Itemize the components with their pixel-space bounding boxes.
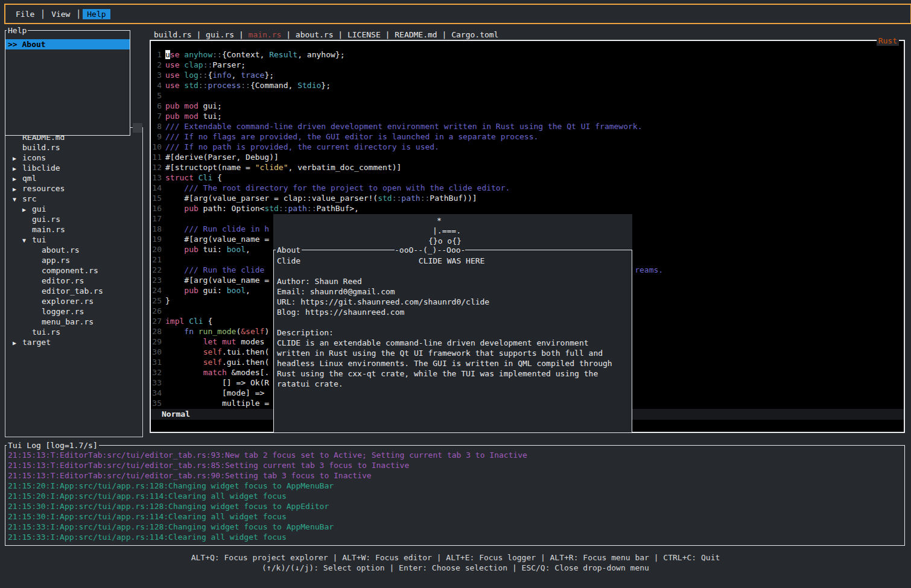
line-number: 11 (151, 152, 162, 162)
code-line: 5 (151, 90, 904, 101)
help-dropdown-items: >> About (5, 39, 130, 49)
editor-tab-about.rs[interactable]: about.rs (296, 30, 334, 39)
explorer-item-label: libclide (22, 163, 60, 172)
folder-collapsed-icon[interactable]: ▶ (13, 153, 22, 163)
log-entry: 21:15:13:T:EditorTab:src/tui/editor_tab.… (8, 450, 903, 460)
line-number: 13 (151, 172, 162, 183)
explorer-item-icons[interactable]: ▶icons (5, 153, 142, 163)
code-text: pub tui: bool, (165, 244, 250, 254)
help-dropdown-title: Help (7, 25, 28, 36)
code-text: } (165, 296, 170, 306)
line-number: 1 (151, 49, 162, 60)
editor-tab-LICENSE[interactable]: LICENSE (348, 30, 381, 39)
explorer-item-editor_tab.rs[interactable]: editor_tab.rs (5, 286, 142, 296)
code-line: 15 #[arg(value_parser = clap::value_pars… (151, 193, 904, 203)
editor-tab-main.rs[interactable]: main.rs (249, 30, 282, 39)
editor-tab-gui.rs[interactable]: gui.rs (206, 30, 234, 39)
about-border-art: -ooO--(_)--Ooo- (395, 245, 465, 255)
editor-tab-Cargo.toml[interactable]: Cargo.toml (451, 30, 498, 39)
explorer-item-explorer.rs[interactable]: explorer.rs (5, 296, 142, 306)
help-dropdown: Help >> About (5, 30, 130, 136)
explorer-item-src[interactable]: ▼src (5, 194, 142, 204)
about-popup: *|.===.{}o o{} About -ooO--(_)--Ooo- Cli… (273, 214, 632, 433)
about-text-line: Blog: https://shaunreed.com (277, 307, 630, 317)
line-number: 25 (151, 296, 162, 306)
line-number: 8 (151, 121, 162, 131)
log-entry: 21:15:20:I:App:src/tui/app.rs:128:Changi… (8, 481, 903, 491)
about-text-line: ratatui crate. (277, 379, 630, 389)
folder-collapsed-icon[interactable]: ▶ (13, 163, 22, 174)
code-text: use std::process::{Command, Stdio}; (165, 80, 331, 90)
explorer-item-tui.rs[interactable]: tui.rs (5, 327, 142, 337)
explorer-item-label: about.rs (42, 245, 80, 254)
line-number: 4 (151, 80, 162, 90)
code-line: 8/// Extendable command-line driven deve… (151, 121, 904, 131)
explorer-item-build.rs[interactable]: build.rs (5, 142, 142, 153)
explorer-item-label: qml (22, 174, 36, 183)
menu-item-view[interactable]: View (47, 9, 74, 19)
code-line: 9/// If no flags are provided, the GUI e… (151, 131, 904, 142)
line-number: 32 (151, 367, 162, 378)
line-number: 23 (151, 275, 162, 285)
explorer-item-menu_bar.rs[interactable]: menu_bar.rs (5, 317, 142, 327)
line-number: 17 (151, 213, 162, 224)
code-text: match &modes[. (165, 367, 269, 378)
explorer-item-label: component.rs (42, 266, 98, 275)
line-number: 35 (151, 398, 162, 408)
menu-item-help[interactable]: Help (83, 9, 110, 19)
explorer-item-label: editor.rs (42, 276, 84, 285)
line-number: 15 (151, 193, 162, 203)
explorer-item-tui[interactable]: ▼tui (5, 235, 142, 245)
explorer-item-editor.rs[interactable]: editor.rs (5, 276, 142, 286)
explorer-item-main.rs[interactable]: main.rs (5, 224, 142, 235)
about-popup-box: About -ooO--(_)--Ooo- Clide CLIDE WAS HE… (273, 250, 632, 433)
explorer-item-gui[interactable]: ▶gui (5, 204, 142, 214)
explorer-item-component.rs[interactable]: component.rs (5, 265, 142, 276)
explorer-item-about.rs[interactable]: about.rs (5, 245, 142, 255)
code-line: 4use std::process::{Command, Stdio}; (151, 80, 904, 90)
code-line: 3use log::{info, trace}; (151, 70, 904, 80)
code-text: /// If no path is provided, the current … (165, 142, 439, 152)
explorer-item-label: resources (22, 184, 65, 193)
explorer-item-label: tui.rs (32, 327, 60, 337)
code-text: self.tui.then( (165, 347, 269, 357)
editor-tab-README.md[interactable]: README.md (395, 30, 437, 39)
explorer-item-libclide[interactable]: ▶libclide (5, 163, 142, 173)
about-text-line (277, 266, 630, 276)
explorer-scrollbar-thumb[interactable] (133, 123, 142, 133)
line-number: 21 (151, 254, 162, 265)
folder-collapsed-icon[interactable]: ▶ (13, 338, 22, 348)
code-text: #[arg(value_name = (165, 275, 269, 285)
folder-collapsed-icon[interactable]: ▶ (13, 174, 22, 184)
folder-collapsed-icon[interactable]: ▶ (13, 184, 22, 194)
folder-open-icon[interactable]: ▼ (22, 235, 32, 245)
explorer-item-target[interactable]: ▶target (5, 337, 142, 347)
code-text: multiple = (165, 398, 269, 408)
code-text: pub path: Option<std::path::PathBuf>, (165, 203, 359, 213)
menu-item-file[interactable]: File (11, 9, 39, 19)
dropdown-item-about[interactable]: >> About (5, 39, 130, 49)
folder-collapsed-icon[interactable]: ▶ (22, 204, 32, 215)
folder-open-icon[interactable]: ▼ (13, 194, 22, 204)
app-window: File│View│Help build.rs | gui.rs | main.… (0, 0, 911, 588)
code-line: 6pub mod gui; (151, 101, 904, 111)
menu-bar: File│View│Help (4, 4, 911, 24)
explorer-item-gui.rs[interactable]: gui.rs (5, 214, 142, 224)
explorer-item-resources[interactable]: ▶resources (5, 183, 142, 194)
menu-bar-items: File│View│Help (11, 9, 110, 19)
line-number: 34 (151, 388, 162, 398)
line-number: 12 (151, 162, 162, 172)
explorer-item-label: target (22, 338, 51, 347)
editor-tab-build.rs[interactable]: build.rs (154, 30, 192, 39)
mode-label: Normal (162, 409, 190, 419)
explorer-item-logger.rs[interactable]: logger.rs (5, 306, 142, 317)
line-number: 2 (151, 60, 162, 70)
line-number: 30 (151, 347, 162, 357)
line-number: 24 (151, 285, 162, 296)
explorer-item-label: app.rs (42, 256, 70, 265)
code-line: 7pub mod tui; (151, 111, 904, 121)
about-text-line: Email: shaunrd0@gmail.com (277, 286, 630, 297)
explorer-item-qml[interactable]: ▶qml (5, 173, 142, 183)
log-entry: 21:15:13:T:EditorTab:src/tui/editor_tab.… (8, 460, 903, 470)
explorer-item-app.rs[interactable]: app.rs (5, 255, 142, 265)
